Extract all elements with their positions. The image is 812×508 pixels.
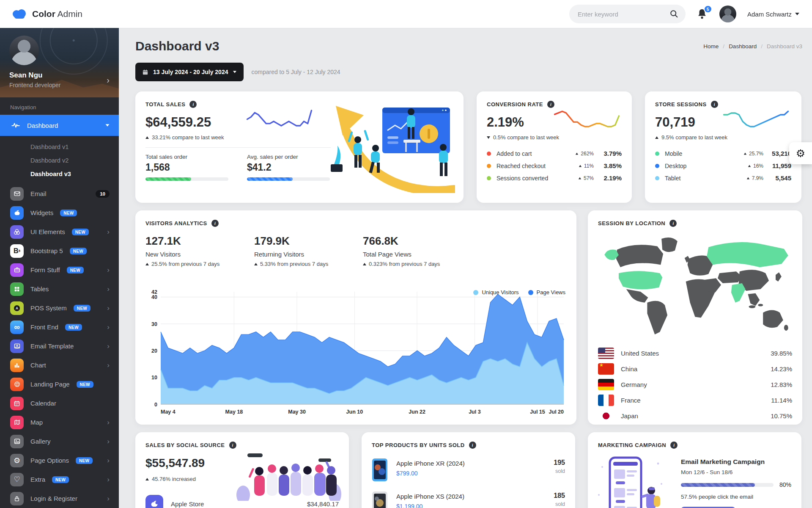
- metric-row: Tablet 7.9% 5,545: [655, 172, 791, 184]
- product-row[interactable]: Apple iPhone XR (2024) $799.00 195 sold: [372, 458, 565, 482]
- breadcrumb-home[interactable]: Home: [703, 43, 719, 50]
- teal-dot-icon: [655, 152, 659, 156]
- infinity-icon: ∞: [10, 320, 24, 334]
- country-percent: 39.85%: [771, 350, 792, 357]
- user-avatar[interactable]: [719, 6, 736, 22]
- visitors-area-chart: 01020304042May 4May 18May 30Jun 10Jun 22…: [145, 289, 566, 416]
- metric-label: Added to cart: [497, 150, 532, 157]
- marketing-campaign-card: MARKETING CAMPAIGN i: [588, 432, 801, 508]
- blue-dot-icon: [655, 164, 659, 168]
- product-name: Apple iPhone XR (2024): [396, 460, 465, 467]
- sidebar-item-label: Front End: [30, 323, 58, 331]
- info-icon[interactable]: i: [670, 442, 678, 449]
- info-icon[interactable]: i: [229, 442, 236, 449]
- new-badge: NEW: [70, 248, 87, 254]
- up-arrow-icon: [145, 478, 149, 480]
- sidebar-item-dashboard-v2[interactable]: Dashboard v2: [0, 154, 119, 167]
- sidebar-item-pos-system[interactable]: A POS System NEW ›: [0, 298, 119, 318]
- sidebar-item-tables[interactable]: Tables ›: [0, 279, 119, 298]
- lock-icon: [10, 492, 24, 505]
- sidebar-item-email-template[interactable]: Email Template ›: [0, 337, 119, 356]
- orange-dot-icon: [487, 164, 491, 168]
- breadcrumb-separator: /: [761, 43, 763, 50]
- product-qty-unit: sold: [554, 501, 565, 507]
- sidebar-item-extra[interactable]: ♡ Extra NEW ›: [0, 470, 119, 489]
- search-input[interactable]: [578, 11, 669, 18]
- progress-bar: [247, 177, 330, 181]
- sidebar-item-map[interactable]: Map ›: [0, 413, 119, 432]
- user-menu[interactable]: Adam Schwartz: [747, 11, 799, 18]
- sidebar-item-login-register[interactable]: Login & Register ›: [0, 489, 119, 508]
- source-amount: $34,840.17: [307, 500, 339, 508]
- chevron-right-icon: ›: [107, 438, 110, 445]
- chevron-right-icon: ›: [107, 419, 110, 426]
- info-icon[interactable]: i: [669, 220, 677, 227]
- sidebar-profile[interactable]: Sean Ngu Frontend developer ›: [0, 28, 119, 97]
- sidebar-item-front-end[interactable]: ∞ Front End NEW ›: [0, 318, 119, 337]
- breadcrumb: Home / Dashboard / Dashboard v3: [703, 43, 802, 50]
- campaign-name: Email Marketing Campaign: [681, 458, 791, 466]
- up-arrow-icon: [748, 165, 751, 167]
- world-map[interactable]: [598, 233, 792, 340]
- app-logo[interactable]: Color Admin: [0, 8, 82, 19]
- sidebar-item-form-stuff[interactable]: Form Stuff NEW ›: [0, 260, 119, 279]
- chevron-right-icon: ›: [107, 495, 110, 502]
- flag-germany-icon: [598, 379, 614, 390]
- sidebar-item-ui-elements[interactable]: UI Elements NEW ›: [0, 222, 119, 241]
- product-price[interactable]: $799.00: [396, 470, 465, 477]
- search-icon[interactable]: [669, 9, 679, 19]
- sidebar-item-chart[interactable]: Chart ›: [0, 356, 119, 375]
- sidebar-item-label: Email Template: [30, 342, 74, 350]
- sidebar-item-label: Form Stuff: [30, 266, 60, 273]
- legend-label: Page Views: [537, 289, 565, 295]
- venn-circles-icon: [10, 225, 24, 239]
- sidebar-item-dashboard-v1[interactable]: Dashboard v1: [0, 140, 119, 154]
- sidebar-item-email[interactable]: Email 10: [0, 184, 119, 203]
- country-name: China: [621, 365, 637, 373]
- sidebar-item-landing-page[interactable]: Landing Page NEW: [0, 375, 119, 394]
- map-icon: [10, 416, 24, 429]
- product-row[interactable]: Apple iPhone XS (2024) $1,199.00 185 sol…: [372, 491, 565, 508]
- chevron-right-icon: ›: [107, 323, 110, 331]
- breadcrumb-current: Dashboard v3: [767, 43, 802, 50]
- country-name: Japan: [621, 412, 638, 420]
- info-icon[interactable]: i: [711, 101, 718, 108]
- up-arrow-icon: [655, 136, 658, 139]
- stat-value: 127.1K: [145, 235, 254, 248]
- info-icon[interactable]: i: [189, 101, 197, 108]
- search-box[interactable]: [569, 5, 686, 23]
- notifications-button[interactable]: 5: [697, 8, 708, 20]
- sidebar-item-gallery[interactable]: Gallery ›: [0, 432, 119, 451]
- country-name: France: [621, 397, 641, 404]
- sidebar-item-bootstrap-5[interactable]: B5 Bootstrap 5 NEW: [0, 241, 119, 260]
- country-row: Japan 10.75%: [598, 408, 792, 424]
- chevron-right-icon[interactable]: ›: [107, 75, 110, 85]
- date-range-picker[interactable]: 13 July 2024 - 20 July 2024: [135, 63, 244, 81]
- product-price[interactable]: $1,199.00: [396, 503, 464, 508]
- sidebar-item-label: Dashboard: [27, 122, 99, 129]
- country-row: United States 39.85%: [598, 345, 792, 361]
- breadcrumb-separator: /: [723, 43, 724, 50]
- profile-avatar: [9, 36, 39, 65]
- sidebar-item-calendar[interactable]: Calendar: [0, 394, 119, 413]
- country-percent: 10.75%: [771, 412, 792, 420]
- svg-text:Jun 22: Jun 22: [409, 409, 425, 415]
- sidebar-item-dashboard[interactable]: Dashboard: [0, 115, 119, 136]
- svg-text:10: 10: [151, 375, 157, 381]
- unique-visitors-dot-icon: [473, 290, 478, 295]
- info-icon[interactable]: i: [211, 220, 219, 227]
- info-icon[interactable]: i: [547, 101, 554, 108]
- stat-value: 179.9K: [254, 235, 363, 248]
- sidebar-item-widgets[interactable]: Widgets NEW: [0, 203, 119, 222]
- theme-settings-button[interactable]: ⚙: [789, 142, 812, 164]
- sidebar-item-dashboard-v3[interactable]: Dashboard v3: [0, 167, 119, 181]
- metric-label: Sessions converted: [497, 175, 548, 182]
- new-badge: NEW: [72, 229, 89, 235]
- metric-row: Reached checkout 11% 3.85%: [487, 160, 622, 172]
- sidebar-item-page-options[interactable]: ⚙ Page Options NEW ›: [0, 451, 119, 470]
- svg-text:Jul 20: Jul 20: [549, 409, 564, 415]
- total-sales-card: TOTAL SALES i $64,559.25 33.21% compare …: [135, 91, 464, 203]
- info-icon[interactable]: i: [469, 442, 476, 449]
- breadcrumb-dashboard[interactable]: Dashboard: [729, 43, 757, 50]
- stat-delta: 25.5% from previous 7 days: [151, 261, 219, 267]
